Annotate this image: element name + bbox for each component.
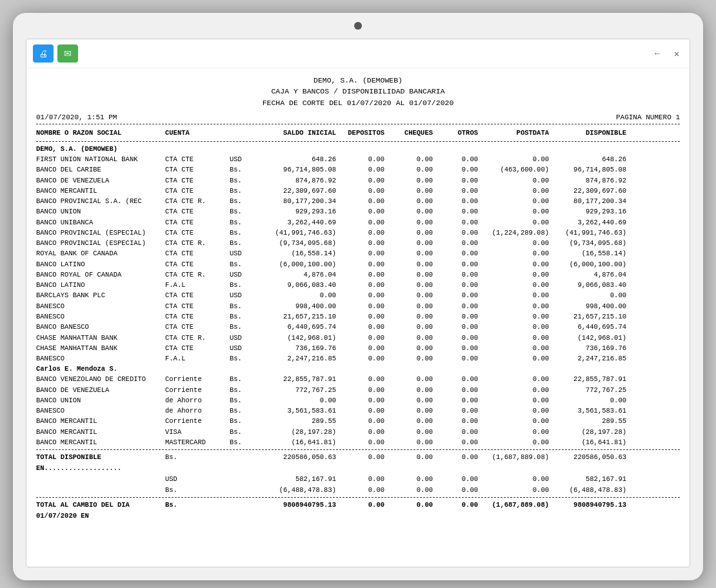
- cell-post: 0.00: [478, 259, 549, 270]
- total-otros: 0.00: [433, 452, 478, 474]
- cell-cheq: 0.00: [384, 248, 433, 259]
- cell-saldo: 736,169.76: [252, 343, 336, 353]
- cell-post: (1,224,289.08): [478, 228, 549, 238]
- total-post: (1,687,889.08): [478, 452, 549, 474]
- toolbar-left: 🖨 ✉: [33, 44, 78, 63]
- cell-cuenta: de Ahorro: [165, 406, 230, 416]
- cell-disp: 22,855,787.91: [549, 374, 626, 384]
- total-saldo2: 582,167.91: [252, 474, 336, 485]
- cell-post: 0.00: [478, 437, 549, 447]
- cell-saldo: 0.00: [252, 290, 336, 300]
- cell-disp: 998,400.00: [549, 301, 626, 311]
- divider-top: [36, 124, 680, 124]
- cell-saldo: 929,293.16: [252, 206, 336, 217]
- table-row: BANESCO de Ahorro Bs. 3,561,583.61 0.00 …: [36, 406, 680, 416]
- back-button[interactable]: ←: [651, 47, 664, 60]
- report-title-3: FECHA DE CORTE DEL 01/07/2020 AL 01/07/2…: [36, 97, 680, 108]
- rows-section1: FIRST UNION NATIONAL BANK CTA CTE USD 64…: [36, 154, 680, 364]
- window-toolbar: 🖨 ✉ ← ✕: [26, 39, 690, 68]
- cell-saldo: 6,440,695.74: [252, 322, 336, 332]
- cell-cuenta: CTA CTE R.: [165, 238, 230, 248]
- cell-otros: 0.00: [433, 217, 478, 228]
- cell-post: 0.00: [478, 175, 549, 186]
- cell-cheq: 0.00: [384, 343, 433, 353]
- table-row: BANCO PROVINCIAL (ESPECIAL) CTA CTE Bs. …: [36, 228, 680, 238]
- cell-disp: 0.00: [549, 290, 626, 300]
- cell-dep: 0.00: [336, 196, 384, 206]
- cell-moneda: Bs.: [230, 427, 252, 437]
- cell-cheq: 0.00: [384, 259, 433, 270]
- cell-post: 0.00: [478, 206, 549, 217]
- cell-disp: 929,293.16: [549, 206, 626, 217]
- total-cheq: 0.00: [384, 452, 433, 474]
- cell-saldo: 4,876.04: [252, 270, 336, 280]
- cell-name: BANCO BANESCO: [36, 322, 165, 332]
- cell-otros: 0.00: [433, 406, 478, 416]
- table-row: BANCO UNIBANCA CTA CTE Bs. 3,262,440.69 …: [36, 217, 680, 228]
- cell-cuenta: CTA CTE: [165, 248, 230, 259]
- cell-post: 0.00: [478, 196, 549, 206]
- grand-total-label: TOTAL AL CAMBIO DEL DIA 01/07/2020 EN: [36, 500, 165, 522]
- section1-header: DEMO, S.A. (DEMOWEB): [36, 144, 680, 154]
- cell-dep: 0.00: [336, 416, 384, 426]
- cell-name: BANCO UNION: [36, 395, 165, 406]
- total-moneda-empty2: [230, 485, 252, 496]
- cell-disp: (28,197.28): [549, 427, 626, 437]
- cell-dep: 0.00: [336, 217, 384, 228]
- cell-moneda: USD: [230, 343, 252, 353]
- cell-name: CHASE MANHATTAN BANK: [36, 333, 165, 343]
- table-row: BANCO MERCANTIL Corriente Bs. 289.55 0.0…: [36, 416, 680, 426]
- cell-name: BARCLAYS BANK PLC: [36, 290, 165, 300]
- cell-name: BANCO MERCANTIL: [36, 416, 165, 426]
- col-header-disp: DISPONIBLE: [549, 128, 626, 138]
- cell-dep: 0.00: [336, 270, 384, 280]
- cell-post: 0.00: [478, 343, 549, 353]
- close-button[interactable]: ✕: [670, 47, 683, 60]
- cell-name: BANCO VENEZOLANO DE CREDITO: [36, 374, 165, 384]
- cell-cuenta: VISA: [165, 427, 230, 437]
- cell-otros: 0.00: [433, 248, 478, 259]
- cell-dep: 0.00: [336, 437, 384, 447]
- cell-saldo: 3,561,583.61: [252, 406, 336, 416]
- print-icon: 🖨: [39, 48, 48, 59]
- grand-total-moneda: Bs.: [165, 500, 230, 522]
- rows-section2: BANCO VENEZOLANO DE CREDITO Corriente Bs…: [36, 374, 680, 447]
- cell-post: 0.00: [478, 395, 549, 406]
- cell-dep: 0.00: [336, 406, 384, 416]
- cell-moneda: USD: [230, 333, 252, 343]
- cell-name: BANCO LATINO: [36, 280, 165, 290]
- total-post2: 0.00: [478, 485, 549, 496]
- total-label-empty: [36, 474, 165, 485]
- cell-otros: 0.00: [433, 437, 478, 447]
- col-header-saldo: SALDO INICIAL: [252, 128, 336, 138]
- grand-total-post: (1,687,889.08): [478, 500, 549, 522]
- cell-disp: 648.26: [549, 154, 626, 164]
- col-header-cuenta: CUENTA: [165, 128, 230, 138]
- cell-post: 0.00: [478, 270, 549, 280]
- cell-otros: 0.00: [433, 228, 478, 238]
- col-header-cheq: CHEQUES: [384, 128, 433, 138]
- email-button[interactable]: ✉: [57, 44, 78, 63]
- cell-saldo: 2,247,216.85: [252, 353, 336, 364]
- cell-post: 0.00: [478, 217, 549, 228]
- cell-post: 0.00: [478, 186, 549, 196]
- cell-otros: 0.00: [433, 196, 478, 206]
- cell-cheq: 0.00: [384, 270, 433, 280]
- print-button[interactable]: 🖨: [33, 44, 54, 63]
- cell-moneda: Bs.: [230, 228, 252, 238]
- cell-name: BANCO MERCANTIL: [36, 437, 165, 447]
- cell-post: 0.00: [478, 311, 549, 322]
- cell-cuenta: CTA CTE: [165, 322, 230, 332]
- total-dep: 0.00: [336, 452, 384, 474]
- table-row: BANCO ROYAL OF CANADA CTA CTE R. USD 4,8…: [36, 270, 680, 280]
- table-row: BANCO LATINO CTA CTE Bs. (6,000,100.00) …: [36, 259, 680, 270]
- total-label-empty: [36, 485, 165, 496]
- total-moneda-empty2: [230, 474, 252, 485]
- cell-saldo: 22,855,787.91: [252, 374, 336, 384]
- cell-cuenta: CTA CTE: [165, 301, 230, 311]
- cell-dep: 0.00: [336, 259, 384, 270]
- cell-cuenta: F.A.L: [165, 280, 230, 290]
- cell-post: 0.00: [478, 154, 549, 164]
- col-header-otros: OTROS: [433, 128, 478, 138]
- total-post2: 0.00: [478, 474, 549, 485]
